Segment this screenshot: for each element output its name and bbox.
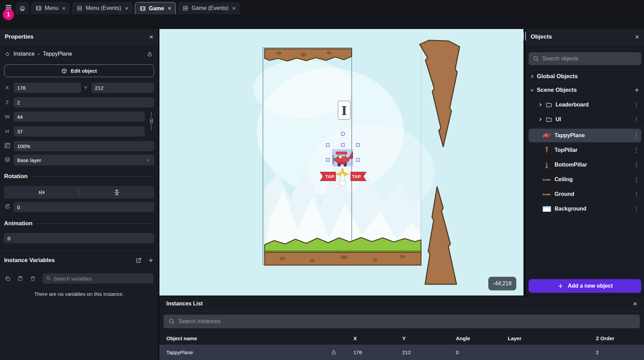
flip-vertical-icon bbox=[113, 189, 121, 196]
tab-menu-events[interactable]: Menu (Events) × bbox=[72, 2, 133, 14]
object-folder-leaderboard[interactable]: Leaderboard ⋮ bbox=[529, 98, 641, 111]
w-field[interactable] bbox=[14, 112, 145, 122]
object-folder-ui[interactable]: UI ⋮ bbox=[529, 113, 641, 126]
toolbar: Preview Share bbox=[0, 14, 644, 29]
selection-rotate-handle[interactable] bbox=[341, 132, 345, 136]
h-label: H bbox=[3, 128, 12, 134]
y-label: Y bbox=[81, 85, 90, 90]
instances-title: Instances List bbox=[166, 301, 203, 307]
flip-horizontal-icon bbox=[38, 189, 45, 196]
layer-select[interactable]: Base layer bbox=[14, 155, 154, 165]
events-tab-icon bbox=[76, 5, 83, 11]
external-link-icon[interactable] bbox=[136, 257, 142, 263]
add-object-icon[interactable] bbox=[634, 87, 640, 93]
opacity-field[interactable] bbox=[14, 141, 154, 151]
flip-horizontal-button[interactable] bbox=[4, 189, 79, 196]
tab-label: Game bbox=[149, 5, 164, 12]
instances-panel: Instances List × Object name X Y Angle L… bbox=[159, 296, 644, 360]
kebab-icon[interactable]: ⋮ bbox=[633, 116, 639, 123]
notification-badge: 1 bbox=[3, 9, 14, 20]
variables-search-input[interactable] bbox=[43, 273, 153, 284]
objects-search-input[interactable] bbox=[529, 52, 641, 65]
instance-variables-header: Instance Variables bbox=[4, 257, 154, 264]
edit-object-button[interactable]: Edit object bbox=[4, 64, 154, 77]
tab-bar: Menu × Menu (Events) × Game × Game (Even… bbox=[0, 0, 644, 15]
home-icon bbox=[19, 5, 26, 12]
add-new-object-button[interactable]: Add a new object bbox=[529, 279, 641, 293]
column-angle[interactable]: Angle bbox=[456, 333, 470, 343]
animation-field[interactable] bbox=[4, 233, 154, 243]
kebab-icon[interactable]: ⋮ bbox=[633, 205, 639, 213]
tab-home[interactable] bbox=[16, 2, 29, 14]
scene-canvas[interactable]: I TAP TAP bbox=[159, 29, 523, 296]
rotation-field[interactable] bbox=[14, 202, 154, 212]
object-row-ceiling[interactable]: Ceiling ⋮ bbox=[529, 173, 641, 186]
lock-open-icon[interactable] bbox=[331, 345, 337, 360]
scene-tab-icon bbox=[140, 5, 146, 12]
add-variable-icon[interactable] bbox=[148, 257, 154, 263]
properties-panel: Properties × ◇ Instance - TappyPlane Edi… bbox=[0, 29, 158, 360]
z-field[interactable] bbox=[14, 97, 154, 107]
close-icon[interactable]: × bbox=[168, 5, 171, 11]
object-row-toppillar[interactable]: TopPillar ⋮ bbox=[529, 144, 641, 157]
tab-label: Game (Events) bbox=[192, 5, 228, 11]
tab-game-events[interactable]: Game (Events) × bbox=[178, 2, 240, 14]
x-field[interactable] bbox=[14, 83, 81, 93]
object-row-tappyplane[interactable]: TappyPlane ⋮ bbox=[529, 129, 641, 142]
kebab-icon[interactable]: ⋮ bbox=[633, 101, 639, 109]
tab-label: Menu (Events) bbox=[86, 5, 121, 11]
column-layer[interactable]: Layer bbox=[508, 333, 521, 343]
close-icon[interactable]: × bbox=[635, 33, 639, 40]
animation-section-header: Animation bbox=[4, 220, 154, 227]
kebab-icon[interactable]: ⋮ bbox=[633, 132, 639, 139]
variables-toolbar bbox=[0, 273, 158, 284]
chevron-down-icon bbox=[146, 158, 151, 162]
variables-empty-message: There are no variables on this instance. bbox=[0, 291, 158, 297]
game-canvas-art: I TAP TAP bbox=[159, 29, 523, 296]
scene-objects-group[interactable]: Scene Objects bbox=[526, 84, 644, 96]
object-row-background[interactable]: Background ⋮ bbox=[529, 202, 641, 215]
trash-icon[interactable] bbox=[30, 276, 36, 282]
size-link-toggle[interactable] bbox=[148, 112, 155, 136]
close-icon[interactable]: × bbox=[633, 300, 637, 307]
kebab-icon[interactable]: ⋮ bbox=[633, 191, 639, 198]
close-icon[interactable]: × bbox=[125, 5, 128, 11]
object-row-ground[interactable]: Ground ⋮ bbox=[529, 188, 641, 201]
instance-row-tappyplane[interactable]: TappyPlane 176 212 0 2 bbox=[159, 345, 644, 360]
close-icon[interactable]: × bbox=[149, 33, 153, 40]
y-field[interactable] bbox=[92, 83, 154, 93]
instances-search-input[interactable] bbox=[164, 315, 640, 328]
folder-icon bbox=[546, 116, 552, 123]
column-x[interactable]: X bbox=[353, 333, 357, 343]
kebab-icon[interactable]: ⋮ bbox=[633, 176, 639, 183]
layers-icon bbox=[4, 156, 11, 163]
chevron-right-icon bbox=[530, 74, 534, 78]
close-icon[interactable]: × bbox=[62, 5, 66, 11]
column-object-name[interactable]: Object name bbox=[166, 333, 197, 343]
global-objects-group[interactable]: Global Objects bbox=[526, 71, 644, 82]
flip-controls bbox=[4, 186, 154, 199]
close-icon[interactable]: × bbox=[232, 5, 236, 11]
tap-label-left: TAP bbox=[325, 174, 335, 179]
tappyplane-thumbnail bbox=[542, 132, 551, 139]
tab-game[interactable]: Game × bbox=[135, 2, 176, 14]
column-y[interactable]: Y bbox=[402, 333, 406, 343]
tab-menu[interactable]: Menu × bbox=[31, 2, 70, 14]
copy-icon[interactable] bbox=[5, 276, 11, 282]
instance-header: ◇ Instance - TappyPlane bbox=[0, 48, 158, 60]
chevron-down-icon bbox=[530, 88, 534, 92]
tappyplane-instance[interactable] bbox=[332, 149, 353, 167]
instances-table-header: Object name X Y Angle Layer Z Order bbox=[159, 333, 644, 343]
flip-vertical-button[interactable] bbox=[79, 189, 154, 196]
column-z-order[interactable]: Z Order bbox=[596, 333, 614, 343]
lock-open-icon[interactable] bbox=[147, 51, 153, 57]
object-row-bottompillar[interactable]: BottomPillar ⋮ bbox=[529, 158, 641, 171]
kebab-icon[interactable]: ⋮ bbox=[633, 147, 639, 154]
ground-thumbnail bbox=[542, 192, 551, 196]
instance-icon: ◇ bbox=[5, 51, 10, 57]
object-2d-icon bbox=[61, 68, 67, 74]
h-field[interactable] bbox=[14, 126, 145, 136]
kebab-icon[interactable]: ⋮ bbox=[633, 161, 639, 169]
paste-icon[interactable] bbox=[17, 276, 23, 282]
search-icon bbox=[533, 55, 540, 62]
